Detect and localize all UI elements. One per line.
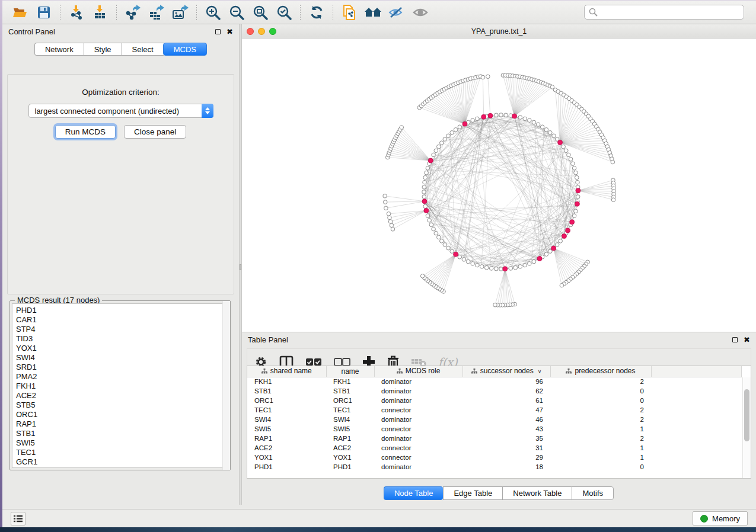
zoom-fit-icon[interactable] (250, 4, 270, 21)
table-cell: dominator (374, 462, 462, 472)
table-cell: 31 (462, 443, 550, 453)
mcds-result-item[interactable]: TID3 (16, 334, 228, 344)
task-history-button[interactable] (11, 512, 25, 525)
table-row[interactable]: TEC1TEC1connector472 (247, 405, 741, 415)
search-icon (589, 8, 598, 18)
table-cell: dominator (374, 377, 462, 386)
table-cell (651, 386, 741, 396)
tab-select[interactable]: Select (122, 43, 164, 56)
mcds-result-item[interactable]: SRD1 (16, 363, 228, 372)
close-table-panel-icon[interactable]: ✖ (744, 337, 750, 342)
node-table-container: shared namenameMCDS rolesuccessor nodes∨… (247, 366, 751, 479)
save-session-icon[interactable] (34, 4, 54, 21)
export-network-icon[interactable] (123, 4, 143, 21)
export-image-icon[interactable] (170, 4, 190, 21)
control-panel-title: Control Panel (8, 27, 55, 36)
table-cell: STB1 (247, 386, 326, 396)
table-row[interactable]: ACE2ACE2connector311 (247, 443, 741, 453)
mcds-result-item[interactable]: PMA2 (16, 372, 228, 382)
table-cell: 0 (550, 462, 651, 472)
tab-node-table[interactable]: Node Table (384, 486, 444, 500)
show-all-icon[interactable] (410, 4, 430, 21)
refresh-layout-icon[interactable] (307, 4, 327, 21)
mcds-result-item[interactable]: GCR1 (16, 457, 228, 467)
hide-selected-icon[interactable] (387, 4, 407, 21)
network-canvas[interactable] (242, 39, 756, 332)
table-cell (651, 424, 741, 434)
network-graph[interactable] (242, 39, 756, 331)
run-mcds-button[interactable]: Run MCDS (55, 125, 116, 139)
attribute-icon (261, 367, 267, 376)
mcds-result-item[interactable]: CAR1 (16, 315, 228, 325)
clone-network-icon[interactable] (339, 4, 359, 21)
table-cell: 0 (550, 396, 651, 405)
mcds-list-scrollbar[interactable] (222, 301, 230, 470)
mcds-result-item[interactable]: PHD1 (16, 306, 228, 315)
mcds-result-item[interactable]: TEC1 (16, 448, 228, 457)
mcds-result-item[interactable]: SWI5 (16, 438, 228, 448)
float-panel-icon[interactable] (215, 29, 221, 34)
mcds-result-item[interactable]: STP4 (16, 325, 228, 334)
column-header-shared-name[interactable]: shared name (247, 366, 326, 377)
export-table-icon[interactable] (146, 4, 167, 21)
mcds-result-item[interactable]: RAP1 (16, 419, 228, 429)
table-scrollbar[interactable] (742, 377, 751, 478)
table-cell: YOX1 (247, 453, 326, 462)
tab-network-table[interactable]: Network Table (502, 486, 572, 500)
table-cell: dominator (374, 386, 462, 396)
column-header-predecessor-nodes[interactable]: predecessor nodes (550, 366, 651, 377)
mcds-result-list[interactable]: PHD1CAR1STP4TID3YOX1SWI4SRD1PMA2FKH1ACE2… (12, 303, 228, 468)
table-cell: 29 (462, 453, 550, 462)
close-panel-icon[interactable]: ✖ (227, 29, 233, 34)
table-row[interactable]: SWI4SWI4dominator462 (247, 415, 741, 424)
tab-mcds[interactable]: MCDS (163, 43, 207, 56)
search-input[interactable] (584, 5, 744, 20)
zoom-selected-icon[interactable] (274, 4, 294, 21)
zoom-out-icon[interactable] (227, 4, 247, 21)
import-table-icon[interactable] (90, 4, 110, 21)
table-row[interactable]: STB1STB1dominator620 (247, 386, 741, 396)
table-cell: YOX1 (326, 453, 374, 462)
tab-motifs[interactable]: Motifs (572, 486, 614, 500)
column-header-MCDS-role[interactable]: MCDS role (374, 366, 462, 377)
open-file-icon[interactable] (10, 4, 30, 21)
table-cell: PHD1 (326, 462, 374, 472)
criterion-dropdown[interactable]: largest connected component (undirected) (28, 104, 213, 118)
mcds-result-item[interactable]: YOX1 (16, 344, 228, 353)
mcds-result-item[interactable]: ORC1 (16, 410, 228, 419)
table-header-row: shared namenameMCDS rolesuccessor nodes∨… (247, 366, 741, 377)
tab-style[interactable]: Style (84, 43, 122, 56)
column-header-successor-nodes[interactable]: successor nodes∨ (462, 366, 550, 377)
table-row[interactable]: PHD1PHD1dominator180 (247, 462, 741, 472)
table-cell (651, 377, 741, 386)
zoom-in-icon[interactable] (203, 4, 223, 21)
table-cell: 35 (462, 434, 550, 443)
import-network-icon[interactable] (66, 4, 87, 21)
mcds-result-item[interactable]: FKH1 (16, 382, 228, 391)
tab-edge-table[interactable]: Edge Table (443, 486, 502, 500)
first-neighbors-icon[interactable] (363, 4, 383, 21)
close-panel-button[interactable]: Close panel (124, 125, 186, 139)
mcds-result-item[interactable]: STB1 (16, 429, 228, 438)
table-cell: 18 (462, 462, 550, 472)
table-row[interactable]: RAP1RAP1dominator352 (247, 434, 741, 443)
table-scrollbar-thumb[interactable] (744, 389, 749, 441)
table-cell: SWI4 (326, 415, 374, 424)
tab-network[interactable]: Network (34, 43, 84, 56)
table-row[interactable]: SWI5SWI5connector431 (247, 424, 741, 434)
memory-button[interactable]: Memory (693, 511, 748, 525)
mcds-result-item[interactable]: ACE2 (16, 391, 228, 400)
table-cell: 1 (550, 443, 651, 453)
main-toolbar (2, 0, 756, 24)
attribute-icon (397, 367, 403, 376)
table-cell: ORC1 (326, 396, 374, 405)
table-cell: TEC1 (326, 405, 374, 415)
table-row[interactable]: FKH1FKH1dominator962 (247, 377, 741, 386)
table-row[interactable]: ORC1ORC1dominator610 (247, 396, 741, 405)
column-header-name[interactable]: name (326, 366, 374, 377)
mcds-result-item[interactable]: STB5 (16, 400, 228, 410)
mcds-result-item[interactable]: SWI4 (16, 353, 228, 363)
table-cell: 2 (550, 415, 651, 424)
float-table-panel-icon[interactable] (732, 337, 738, 342)
table-row[interactable]: YOX1YOX1connector291 (247, 453, 741, 462)
